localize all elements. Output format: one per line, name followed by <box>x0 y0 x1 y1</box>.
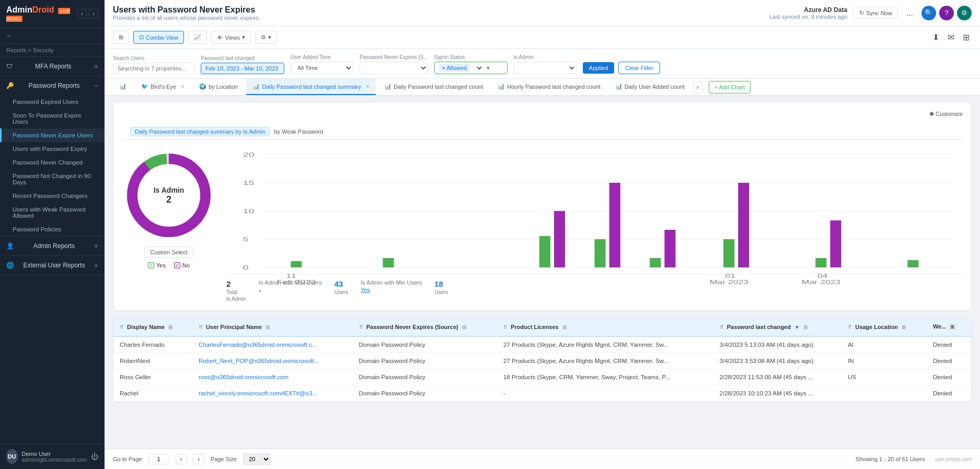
date-range-input[interactable]: Feb 10, 2023 - Mar 10, 2023 <box>201 63 284 74</box>
user-added-time-select[interactable]: All Time <box>291 62 353 74</box>
chart-only-button[interactable]: 📈 <box>188 31 207 44</box>
applied-button[interactable]: Applied <box>583 62 615 74</box>
signin-status-dropdown[interactable] <box>473 64 483 72</box>
cell-upn-0: CharlesFernado@o365droid.onmicrosoft.c..… <box>192 336 353 353</box>
clear-filter-button[interactable]: Clear Filter <box>618 62 660 74</box>
chart-tab-hourly-count[interactable]: 📊 Hourly Password last changed count <box>491 79 607 95</box>
col-filter-pl[interactable]: ⊞ <box>562 324 567 330</box>
col-grip-pne[interactable]: ⠿ <box>359 324 363 330</box>
azure-info: Azure AD Data Last synced on: 9 minutes … <box>769 6 847 20</box>
password-collapse-icon[interactable]: − <box>94 81 98 90</box>
upn-link-2[interactable]: ross@o365droid.onmicrosoft.com <box>199 374 289 380</box>
email-button[interactable]: ✉ <box>946 30 956 44</box>
page-input[interactable] <box>148 454 169 464</box>
sub-tab-by-weak[interactable]: by Weak Password <box>274 128 323 135</box>
grid-settings-button[interactable]: ⊞ <box>961 30 972 44</box>
password-never-expires-select[interactable] <box>360 62 428 74</box>
daily-summary-close[interactable]: ✕ <box>365 84 370 89</box>
search-topbar-button[interactable]: 🔍 <box>921 6 936 20</box>
nav-next[interactable]: › <box>89 9 98 18</box>
chart-tab-by-location[interactable]: 🌍 by Location <box>193 79 244 95</box>
sidebar-item-policies[interactable]: Password Policies <box>0 222 105 236</box>
page-size-select[interactable]: 20 50 100 <box>243 453 271 465</box>
sidebar-item-never-changed[interactable]: Password Never Changed <box>0 156 105 169</box>
add-chart-button[interactable]: + Add Chart <box>709 81 751 93</box>
upn-link-3[interactable]: rachel_vioroly.onmicrosoft.com#EXT#@o3..… <box>199 390 317 396</box>
signin-dropdown-icon: ▾ <box>487 64 490 72</box>
col-filter-plc[interactable]: ⊞ <box>803 324 808 330</box>
custom-select-button[interactable]: Custom Select <box>144 247 193 258</box>
col-filter-display-name[interactable]: ⊞ <box>168 324 172 330</box>
col-filter-ul[interactable]: ⊞ <box>902 324 906 330</box>
chart-tab-bar-icon[interactable]: 📊 <box>113 79 133 95</box>
settings-topbar-button[interactable]: ⚙ <box>957 6 972 20</box>
table-view-button[interactable]: ⊞ <box>113 31 129 44</box>
views-icon: 👁 <box>217 34 223 41</box>
password-never-expires-filter: Password Never Expires (S... <box>360 54 428 74</box>
power-button[interactable]: ⏻ <box>91 452 98 461</box>
back-button[interactable]: ← <box>0 28 105 44</box>
birds-eye-close[interactable]: ✕ <box>180 84 185 89</box>
customize-button[interactable]: ✱ Customize <box>929 111 963 118</box>
search-input[interactable] <box>113 63 194 74</box>
sidebar-item-mfa-reports[interactable]: 🛡 MFA Reports + <box>0 57 105 76</box>
col-grip-ul[interactable]: ⠿ <box>848 324 851 330</box>
sidebar-item-not-changed-90[interactable]: Password Not Changed in 90 Days <box>0 169 105 189</box>
sidebar-item-weak-allowed[interactable]: Users with Weak Password Allowed <box>0 203 105 222</box>
col-grip-pl[interactable]: ⠿ <box>503 324 507 330</box>
chart-tabs-next-arrow[interactable]: › <box>693 81 702 93</box>
combo-view-button[interactable]: ⊡ Combo View <box>133 31 184 44</box>
mfa-label: MFA Reports <box>35 63 71 70</box>
chart-tab-daily-summary[interactable]: 📊 Daily Password last changed summary ✕ <box>246 79 376 95</box>
sidebar-item-recent-changers[interactable]: Recent Password Changers <box>0 189 105 203</box>
sidebar-item-admin-reports[interactable]: 👤 Admin Reports + <box>0 237 105 255</box>
external-section: 🌐 External User Reports + <box>0 256 105 275</box>
add-column-button[interactable]: ⊞ <box>948 323 957 331</box>
page-prev-button[interactable]: ‹ <box>176 454 187 464</box>
col-sort-plc[interactable]: ▼ <box>794 324 800 330</box>
sub-tab-by-admin[interactable]: Daily Password last changed summary by I… <box>130 127 270 136</box>
external-plus-icon[interactable]: + <box>94 261 98 269</box>
sidebar-item-soon-expire[interactable]: Soon To Password Expire Users <box>0 109 105 128</box>
col-grip-upn[interactable]: ⠿ <box>199 324 202 330</box>
legend-row: ✓ Yes ✓ No <box>148 262 190 268</box>
stat-min-link[interactable]: Yes <box>361 287 422 293</box>
col-usage-location: ⠿ Usage Location ⊞ <box>841 318 927 336</box>
sidebar-item-never-expire[interactable]: Password Never Expire Users <box>0 128 105 142</box>
upn-link-1[interactable]: Robert_Next_POP@o365droid.onmicrosoft... <box>199 358 319 364</box>
col-filter-upn[interactable]: ⊞ <box>266 324 270 330</box>
is-admin-select[interactable] <box>514 62 577 74</box>
more-options-button[interactable]: ... <box>904 8 915 18</box>
cell-display-name-0: Charles Fernado <box>113 336 192 353</box>
help-button[interactable]: ? <box>939 6 954 20</box>
mfa-plus-icon[interactable]: + <box>94 62 98 71</box>
svg-rect-28 <box>830 220 841 267</box>
sidebar-item-password-expired[interactable]: Password Expired Users <box>0 95 105 109</box>
cell-ul-3 <box>841 385 927 402</box>
sidebar-item-password-reports[interactable]: 🔑 Password Reports − <box>0 76 105 95</box>
col-filter-pne[interactable]: ⊞ <box>462 324 466 330</box>
col-grip-display[interactable]: ⠿ <box>120 324 123 330</box>
upn-link-0[interactable]: CharlesFernado@o365droid.onmicrosoft.c..… <box>199 342 317 348</box>
showing-text: Showing 1 - 20 of 61 Users <box>856 456 925 462</box>
sidebar-item-with-expiry[interactable]: Users with Password Expiry <box>0 142 105 156</box>
chart-tab-daily-count[interactable]: 📊 Daily Password last changed count <box>378 79 489 95</box>
table-body: Charles Fernado CharlesFernado@o365droid… <box>113 336 971 402</box>
legend-item-yes[interactable]: ✓ Yes <box>148 262 166 268</box>
col-grip-plc[interactable]: ⠿ <box>720 324 723 330</box>
sidebar-item-external-reports[interactable]: 🌐 External User Reports + <box>0 256 105 275</box>
nav-prev[interactable]: ‹ <box>77 9 87 18</box>
views-arrow-icon: ▾ <box>242 34 245 41</box>
legend-item-no[interactable]: ✓ No <box>174 262 190 268</box>
page-next-button[interactable]: › <box>193 454 204 464</box>
sync-now-button[interactable]: ↻ Sync Now <box>854 7 898 19</box>
views-button[interactable]: 👁 Views ▾ <box>211 31 251 44</box>
download-button[interactable]: ⬇ <box>930 30 941 44</box>
chart-tab-daily-user-added[interactable]: 📊 Daily User Added count <box>609 79 691 95</box>
filter-button[interactable]: ⚙ ▾ <box>255 31 277 44</box>
chart-tab-birds-eye[interactable]: 🐦 Bird's Eye ✕ <box>135 79 191 95</box>
sync-icon: ↻ <box>859 9 864 16</box>
is-admin-filter: Is Admin <box>514 54 577 74</box>
admin-plus-icon[interactable]: + <box>94 242 98 250</box>
admin-section: 👤 Admin Reports + <box>0 237 105 256</box>
